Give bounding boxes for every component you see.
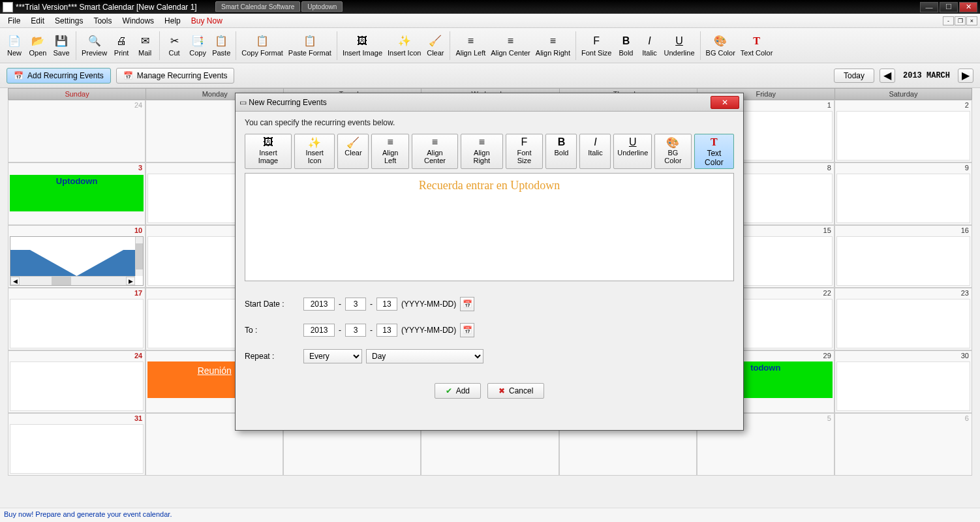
dialog-close-button[interactable]: ✕ [711,96,739,109]
align-right-button[interactable]: ≡Align Right [533,33,573,58]
new-button[interactable]: 📄New [3,33,26,58]
bold-button[interactable]: BBold [614,33,637,58]
copyfmt-icon: 📋 [256,35,269,48]
save-button[interactable]: 💾Save [50,33,73,58]
align-center-button[interactable]: ≡Align Center [488,33,533,58]
mail-button[interactable]: ✉Mail [133,33,157,58]
textcolor-button[interactable]: TText Color [738,33,776,58]
d-insert-icon[interactable]: ✨Insert Icon [294,134,335,169]
menu-buynow[interactable]: Buy Now [186,15,228,27]
d-fontsize[interactable]: FFont Size [506,134,544,169]
d-align-left[interactable]: ≡Align Left [371,134,408,169]
next-month-button[interactable]: ▶ [958,69,973,83]
calendar-cell[interactable]: 3Uptodown [8,162,145,225]
d-insert-image[interactable]: 🖼Insert Image [245,134,292,169]
hscrollbar[interactable]: ◀▶ [10,276,135,285]
menu-windows[interactable]: Windows [117,15,159,27]
calendar-cell[interactable]: 6 [835,413,972,476]
add-button[interactable]: ✔Add [435,383,481,399]
cell-body [836,174,970,223]
pastefmt-button[interactable]: 📋Paste Format [286,33,334,58]
sub-toolbar: 📅Add Recurring Events 📅Manage Recurring … [0,63,980,88]
month-label: 2013 MARCH [903,71,950,80]
end-month-input[interactable] [345,324,366,337]
copy-button[interactable]: 📑Copy [186,33,209,58]
cut-button[interactable]: ✂Cut [162,33,186,58]
event-blue[interactable] [10,250,143,276]
insert-icon-button[interactable]: ✨Insert Icon [385,33,423,58]
minimize-button[interactable]: — [920,2,938,12]
new-icon: 📄 [8,35,21,48]
calendar-cell[interactable]: 23 [835,288,972,350]
paste-button[interactable]: 📋Paste [209,33,233,58]
open-button[interactable]: 📂Open [26,33,50,58]
calendar-cell[interactable]: 9 [835,162,972,225]
tab-1[interactable]: Smart Calendar Software [215,1,300,12]
event-green[interactable]: Uptodown [10,175,144,211]
today-button[interactable]: Today [834,69,874,83]
start-year-input[interactable] [303,298,335,311]
font-size-button[interactable]: FFont Size [579,33,614,58]
d-align-center[interactable]: ≡Align Center [412,134,458,169]
insert-image-button[interactable]: 🖼Insert Image [340,33,385,58]
print-button[interactable]: 🖨Print [110,33,133,58]
end-date-picker[interactable]: 📅 [460,323,474,337]
calendar-cell[interactable]: 17 [8,288,145,350]
to-date-label: To : [245,326,299,335]
d-clear[interactable]: 🧹Clear [337,134,369,169]
tab-2[interactable]: Uptodown [301,1,343,12]
repeat-freq-select[interactable]: Every [303,349,362,363]
repeat-unit-select[interactable]: Day [366,349,483,363]
editor-text: Recuerda entrar en Uptodown [419,179,560,192]
cut-icon: ✂ [168,35,181,48]
start-day-input[interactable] [376,298,397,311]
calendar-cell[interactable]: 24 [8,350,145,413]
vscrollbar[interactable] [135,237,143,276]
underline-button[interactable]: UUnderline [661,33,697,58]
start-date-picker[interactable]: 📅 [460,297,474,311]
end-year-input[interactable] [303,324,335,337]
d-underline[interactable]: UUnderline [613,134,652,169]
close-button[interactable]: ✕ [959,2,977,12]
menu-tools[interactable]: Tools [88,15,117,27]
save-icon: 💾 [55,35,68,48]
date-number: 23 [961,289,969,297]
d-bold[interactable]: BBold [545,134,577,169]
add-recurring-button[interactable]: 📅Add Recurring Events [7,68,111,84]
calendar-cell[interactable]: 31 [8,413,145,476]
prev-month-button[interactable]: ◀ [880,69,895,83]
d-align-right[interactable]: ≡Align Right [461,134,502,169]
calendar-cell[interactable]: 30 [835,350,972,413]
manage-recurring-button[interactable]: 📅Manage Recurring Events [116,68,235,84]
start-month-input[interactable] [345,298,366,311]
italic-button[interactable]: IItalic [637,33,661,58]
copyfmt-button[interactable]: 📋Copy Format [239,33,286,58]
calendar-cell[interactable]: 2 [835,100,972,162]
menu-help[interactable]: Help [159,15,186,27]
maximize-button[interactable]: ☐ [940,2,958,12]
menu-edit[interactable]: Edit [25,15,50,27]
day-sunday: Sunday [8,88,145,100]
bgcolor-button[interactable]: 🎨BG Color [703,33,738,58]
event-editor[interactable]: Recuerda entrar en Uptodown [245,173,734,281]
end-day-input[interactable] [376,324,397,337]
mdi-restore[interactable]: ❐ [955,16,966,25]
d-bgcolor[interactable]: 🎨BG Color [654,134,692,169]
align-left-button[interactable]: ≡Align Left [453,33,488,58]
app-icon [3,2,13,12]
d-italic[interactable]: IItalic [579,134,611,169]
clear-button[interactable]: 🧹Clear [423,33,447,58]
italic-icon: I [594,136,596,149]
aligncenter-icon: ≡ [504,35,517,48]
calendar-cell[interactable]: 16 [835,225,972,288]
mdi-minimize[interactable]: - [943,16,954,25]
cancel-button[interactable]: ✖Cancel [487,383,544,399]
day-saturday: Saturday [835,88,972,100]
menu-settings[interactable]: Settings [50,15,88,27]
preview-button[interactable]: 🔍Preview [79,33,110,58]
d-textcolor[interactable]: TText Color [694,134,734,169]
menu-file[interactable]: File [3,15,25,27]
calendar-cell[interactable]: 10◀▶ [8,225,145,288]
calendar-cell[interactable]: 24 [8,100,145,162]
mdi-close[interactable]: × [966,16,977,25]
